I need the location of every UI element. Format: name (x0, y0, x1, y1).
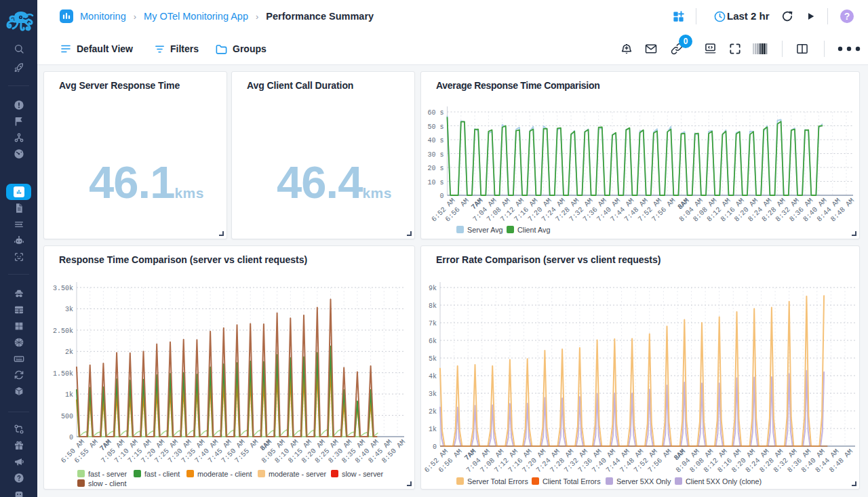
svg-text:60 s: 60 s (427, 109, 443, 117)
svg-text:6k: 6k (429, 338, 437, 345)
svg-text:Server 5XX Only: Server 5XX Only (616, 477, 671, 485)
svg-text:0: 0 (69, 434, 73, 441)
svg-text:Client Total Errors: Client Total Errors (542, 477, 601, 485)
svg-text:8k: 8k (429, 302, 437, 310)
svg-text:20 s: 20 s (427, 165, 443, 172)
svg-text:1.50k: 1.50k (53, 370, 73, 378)
svg-text:slow - client: slow - client (88, 479, 126, 488)
svg-text:slow - server: slow - server (342, 470, 384, 478)
svg-text:Client Avg: Client Avg (517, 226, 550, 234)
svg-text:1k: 1k (65, 391, 73, 399)
svg-text:7k: 7k (429, 320, 437, 327)
svg-text:500: 500 (61, 413, 73, 420)
svg-text:10 s: 10 s (427, 179, 443, 186)
svg-text:4k: 4k (429, 373, 437, 380)
svg-text:Server Total Errors: Server Total Errors (467, 477, 528, 485)
svg-text:3k: 3k (65, 306, 73, 313)
svg-text:9k: 9k (429, 285, 437, 292)
svg-text:0: 0 (433, 443, 437, 451)
svg-text:moderate - server: moderate - server (269, 470, 327, 478)
svg-text:2k: 2k (65, 349, 73, 356)
svg-text:2.50k: 2.50k (53, 327, 73, 335)
svg-text:5k: 5k (429, 355, 437, 363)
svg-text:fast - client: fast - client (144, 470, 180, 478)
svg-text:2k: 2k (429, 408, 437, 416)
svg-text:50 s: 50 s (427, 123, 443, 131)
svg-text:Client 5XX Only (clone): Client 5XX Only (clone) (686, 477, 762, 485)
svg-text:3.50k: 3.50k (53, 285, 73, 292)
svg-text:fast - server: fast - server (88, 470, 127, 478)
svg-text:Server Avg: Server Avg (467, 226, 503, 234)
svg-text:1k: 1k (429, 426, 437, 433)
svg-text:30 s: 30 s (427, 151, 443, 159)
svg-text:0: 0 (439, 193, 443, 200)
svg-text:3k: 3k (429, 391, 437, 398)
svg-text:moderate - client: moderate - client (197, 470, 252, 478)
svg-text:40 s: 40 s (427, 137, 443, 144)
